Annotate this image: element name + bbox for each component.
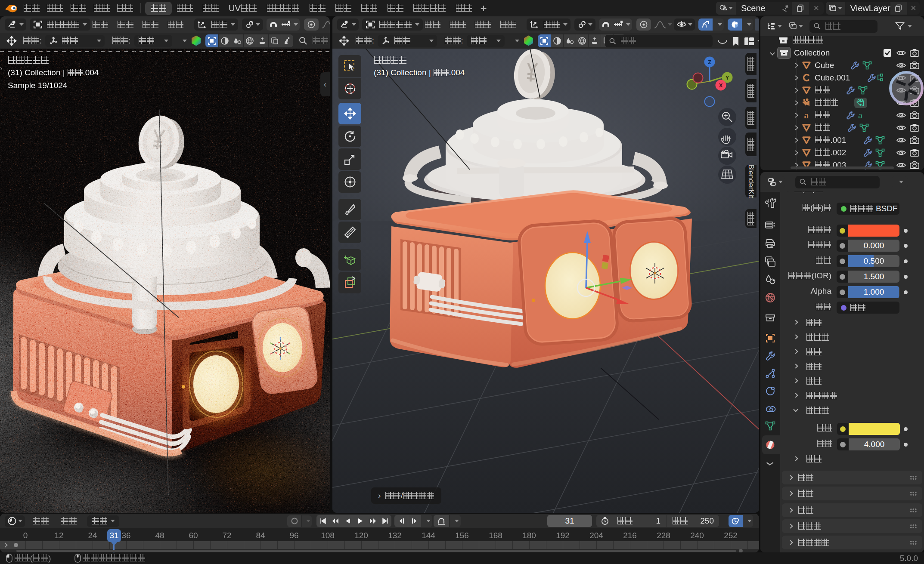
- svg-text:X: X: [719, 82, 723, 89]
- svg-text:Z: Z: [708, 59, 711, 65]
- svg-text:Y: Y: [726, 74, 729, 81]
